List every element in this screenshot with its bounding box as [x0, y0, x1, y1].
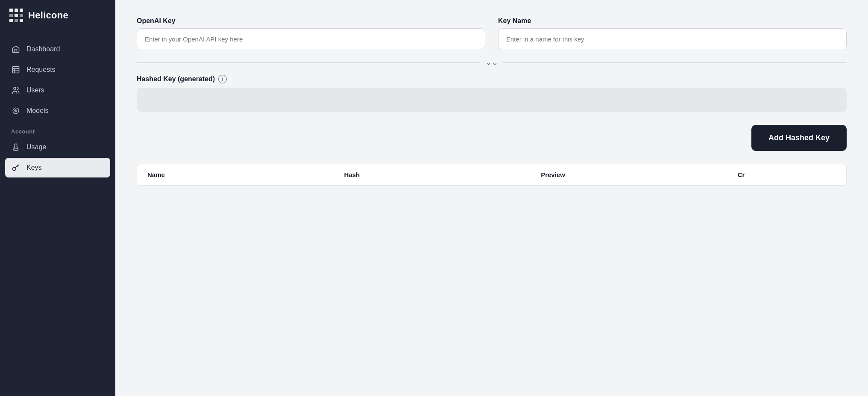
sidebar-item-label: Requests — [26, 66, 56, 74]
hashed-key-label-row: Hashed Key (generated) i — [137, 75, 847, 83]
keys-table: Name Hash Preview Cr — [137, 164, 847, 186]
table-header-hash: Hash — [344, 171, 541, 178]
top-form-row: OpenAI Key Key Name — [137, 17, 847, 50]
svg-rect-5 — [20, 14, 23, 17]
logo-text: Helicone — [28, 10, 68, 21]
sidebar-item-label: Keys — [26, 164, 42, 171]
sidebar-navigation: Dashboard Requests — [0, 31, 115, 396]
svg-rect-4 — [15, 14, 18, 17]
sidebar-item-label: Models — [26, 107, 49, 115]
hashed-key-input — [137, 88, 847, 112]
openai-key-label: OpenAI Key — [137, 17, 485, 25]
button-row: Add Hashed Key — [137, 125, 847, 151]
sidebar-item-keys[interactable]: Keys — [5, 158, 110, 177]
info-icon[interactable]: i — [218, 75, 227, 83]
divider-line-right — [503, 62, 847, 63]
chevron-down-icon: ⌄⌄ — [480, 59, 503, 66]
divider-row: ⌄⌄ — [137, 59, 847, 66]
hashed-key-label: Hashed Key (generated) — [137, 75, 215, 83]
sidebar-item-label: Users — [26, 86, 44, 94]
sidebar-item-label: Dashboard — [26, 45, 60, 53]
table-header: Name Hash Preview Cr — [137, 164, 846, 186]
svg-rect-3 — [9, 14, 13, 17]
sidebar-item-requests[interactable]: Requests — [5, 60, 110, 80]
main-content: OpenAI Key Key Name ⌄⌄ Hashed Key (gener… — [115, 0, 868, 396]
home-icon — [11, 44, 21, 54]
key-name-input[interactable] — [498, 28, 847, 50]
sidebar-item-label: Usage — [26, 143, 46, 151]
hashed-key-section: Hashed Key (generated) i — [137, 75, 847, 112]
svg-rect-2 — [20, 9, 23, 12]
sidebar: Helicone Dashboard Reques — [0, 0, 115, 396]
users-icon — [11, 86, 21, 95]
table-header-name: Name — [147, 171, 344, 178]
svg-rect-0 — [9, 9, 13, 12]
svg-rect-1 — [15, 9, 18, 12]
svg-rect-6 — [9, 19, 13, 22]
table-header-created: Cr — [738, 171, 836, 178]
logo-icon — [9, 8, 24, 23]
flask-icon — [11, 142, 21, 152]
openai-key-input[interactable] — [137, 28, 485, 50]
models-icon — [11, 106, 21, 115]
key-icon — [11, 163, 21, 172]
logo-container[interactable]: Helicone — [0, 0, 115, 31]
sidebar-item-dashboard[interactable]: Dashboard — [5, 39, 110, 59]
openai-key-group: OpenAI Key — [137, 17, 485, 50]
sidebar-item-models[interactable]: Models — [5, 101, 110, 121]
key-name-group: Key Name — [498, 17, 847, 50]
table-header-preview: Preview — [541, 171, 738, 178]
sidebar-item-usage[interactable]: Usage — [5, 137, 110, 157]
svg-point-13 — [14, 87, 16, 89]
key-name-label: Key Name — [498, 17, 847, 25]
svg-point-16 — [15, 110, 16, 111]
table-icon — [11, 65, 21, 74]
svg-rect-7 — [15, 19, 18, 22]
svg-rect-9 — [13, 67, 19, 73]
divider-line-left — [137, 62, 480, 63]
account-section-label: Account — [5, 121, 110, 137]
svg-rect-8 — [20, 19, 23, 22]
sidebar-item-users[interactable]: Users — [5, 80, 110, 100]
add-hashed-key-button[interactable]: Add Hashed Key — [751, 125, 847, 151]
